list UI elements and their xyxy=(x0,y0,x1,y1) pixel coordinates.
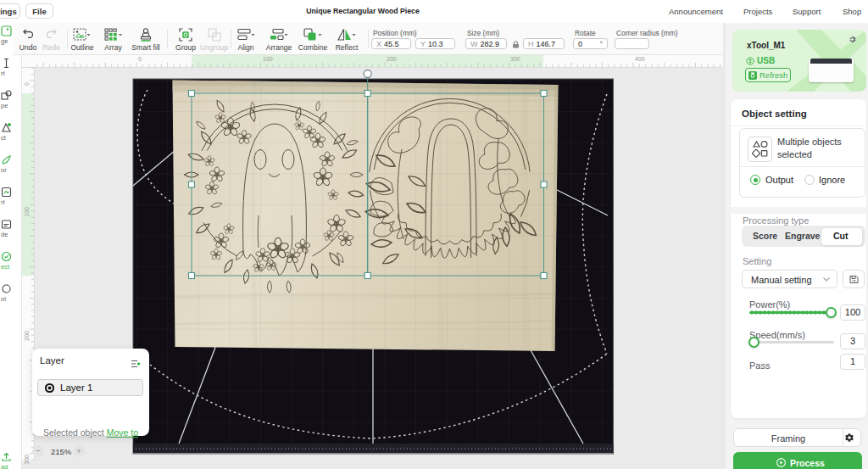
svg-text:100: 100 xyxy=(263,56,273,62)
svg-text:300: 300 xyxy=(510,56,520,62)
svg-text:300: 300 xyxy=(24,455,30,465)
svg-text:400: 400 xyxy=(635,56,645,62)
svg-text:200: 200 xyxy=(387,56,397,62)
svg-text:200: 200 xyxy=(24,331,30,341)
svg-text:0: 0 xyxy=(138,56,142,62)
svg-text:0: 0 xyxy=(24,82,30,86)
svg-text:100: 100 xyxy=(24,207,30,217)
